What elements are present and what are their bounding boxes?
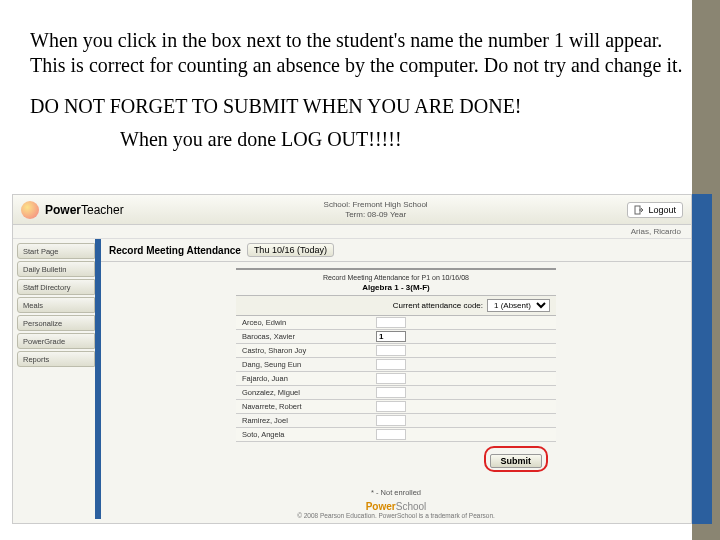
header-school-term: School: Fremont High School Term: 08-09 … — [124, 200, 628, 219]
warning-line-1: DO NOT FORGET TO SUBMIT WHEN YOU ARE DON… — [30, 94, 690, 119]
sidebar-item-personalize[interactable]: Personalize — [17, 315, 95, 331]
submit-button[interactable]: Submit — [490, 454, 543, 468]
sidebar-item-staff-directory[interactable]: Staff Directory — [17, 279, 95, 295]
attendance-code-select[interactable]: 1 (Absent) — [487, 299, 550, 312]
submit-zone: Submit — [236, 442, 556, 476]
sidebar-item-start-page[interactable]: Start Page — [17, 243, 95, 259]
app-body: Start Page Daily Bulletin Staff Director… — [13, 239, 691, 519]
sidebar-item-meals[interactable]: Meals — [17, 297, 95, 313]
student-row: Gonzalez, Miguel — [236, 386, 556, 400]
attendance-input[interactable] — [376, 429, 406, 440]
attendance-input[interactable] — [376, 345, 406, 356]
powerteacher-logo-icon — [21, 201, 39, 219]
powerteacher-window: PowerTeacher School: Fremont High School… — [12, 194, 692, 524]
sidebar-item-daily-bulletin[interactable]: Daily Bulletin — [17, 261, 95, 277]
warning-line-2: When you are done LOG OUT!!!!! — [30, 127, 690, 152]
footer-copyright: © 2008 Pearson Education. PowerSchool is… — [101, 512, 691, 519]
sidebar-item-reports[interactable]: Reports — [17, 351, 95, 367]
attendance-form-area: Record Meeting Attendance for P1 on 10/1… — [101, 262, 691, 484]
attendance-caption: Record Meeting Attendance for P1 on 10/1… — [236, 270, 556, 283]
section-title: Record Meeting Attendance — [109, 245, 241, 256]
attendance-input[interactable] — [376, 387, 406, 398]
attendance-box: Record Meeting Attendance for P1 on 10/1… — [236, 268, 556, 478]
submit-highlight-ring: Submit — [484, 446, 549, 472]
attendance-code-label: Current attendance code: — [393, 301, 483, 310]
student-row: Dang, Seung Eun — [236, 358, 556, 372]
logout-label: Logout — [648, 205, 676, 215]
app-header: PowerTeacher School: Fremont High School… — [13, 195, 691, 225]
student-row: Castro, Sharon Joy — [236, 344, 556, 358]
logout-icon — [634, 205, 644, 215]
current-user: Arias, Ricardo — [13, 225, 691, 239]
attendance-input[interactable] — [376, 359, 406, 370]
background-blue — [692, 194, 712, 524]
main-panel: Record Meeting Attendance Thu 10/16 (Tod… — [101, 239, 691, 519]
sidebar-item-powergrade[interactable]: PowerGrade — [17, 333, 95, 349]
powerteacher-logo-text: PowerTeacher — [45, 203, 124, 217]
attendance-input[interactable] — [376, 373, 406, 384]
student-row: Fajardo, Juan — [236, 372, 556, 386]
attendance-code-row: Current attendance code: 1 (Absent) — [236, 296, 556, 316]
attendance-input[interactable] — [376, 317, 406, 328]
student-row: Navarrete, Robert — [236, 400, 556, 414]
footer: PowerSchool © 2008 Pearson Education. Po… — [101, 501, 691, 519]
legend-text: * - Not enrolled — [101, 484, 691, 501]
student-row: Ramirez, Joel — [236, 414, 556, 428]
student-list: Arceo, Edwin Barocas, Xavier Castro, Sha… — [236, 316, 556, 442]
attendance-input[interactable] — [376, 415, 406, 426]
attendance-input[interactable] — [376, 331, 406, 342]
section-title-row: Record Meeting Attendance Thu 10/16 (Tod… — [101, 239, 691, 262]
logout-button[interactable]: Logout — [627, 202, 683, 218]
date-chip[interactable]: Thu 10/16 (Today) — [247, 243, 334, 257]
attendance-input[interactable] — [376, 401, 406, 412]
student-row: Barocas, Xavier — [236, 330, 556, 344]
powerschool-logo: PowerSchool — [101, 501, 691, 512]
student-row: Arceo, Edwin — [236, 316, 556, 330]
slide-text-block: When you click in the box next to the st… — [30, 28, 690, 160]
instruction-text: When you click in the box next to the st… — [30, 28, 690, 78]
class-name: Algebra 1 - 3(M-F) — [236, 283, 556, 296]
student-row: Soto, Angela — [236, 428, 556, 442]
sidebar: Start Page Daily Bulletin Staff Director… — [13, 239, 95, 519]
